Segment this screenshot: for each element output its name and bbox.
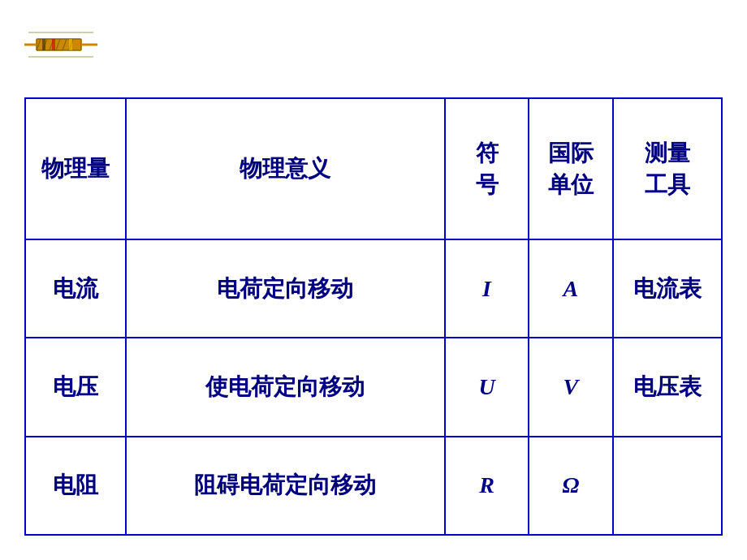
header-celiang: 测量 工具	[613, 98, 722, 239]
logo-area	[24, 16, 106, 73]
page-container: 物理量 物理意义 符 号 国际 单位 测量 工具 电流 电荷定向移动	[0, 0, 747, 560]
cell-fuhao-3: R	[445, 437, 529, 535]
cell-guoji-1: A	[529, 239, 612, 338]
cell-guoji-2: V	[529, 338, 612, 436]
table-container: 物理量 物理意义 符 号 国际 单位 测量 工具 电流 电荷定向移动	[24, 97, 723, 536]
svg-rect-11	[69, 39, 72, 50]
cell-fuhao-1: I	[445, 239, 529, 338]
cell-yiyi-3: 阻碍电荷定向移动	[126, 437, 445, 535]
cell-celiang-1: 电流表	[613, 239, 722, 338]
physics-table: 物理量 物理意义 符 号 国际 单位 测量 工具 电流 电荷定向移动	[24, 97, 723, 536]
cell-wuliang-1: 电流	[25, 239, 126, 338]
cell-fuhao-2: U	[445, 338, 529, 436]
table-row: 电阻 阻碍电荷定向移动 R Ω	[25, 437, 722, 535]
table-header-row: 物理量 物理意义 符 号 国际 单位 测量 工具	[25, 98, 722, 239]
table-row: 电压 使电荷定向移动 U V 电压表	[25, 338, 722, 436]
cell-yiyi-2: 使电荷定向移动	[126, 338, 445, 436]
header-guoji: 国际 单位	[529, 98, 612, 239]
header-fuhao: 符 号	[445, 98, 529, 239]
cell-celiang-2: 电压表	[613, 338, 722, 436]
header-wuliang: 物理量	[25, 98, 126, 239]
svg-rect-10	[52, 39, 55, 50]
cell-yiyi-1: 电荷定向移动	[126, 239, 445, 338]
table-row: 电流 电荷定向移动 I A 电流表	[25, 239, 722, 338]
svg-rect-9	[42, 39, 45, 50]
cell-guoji-3: Ω	[529, 437, 612, 535]
cell-celiang-3	[613, 437, 722, 535]
cell-wuliang-2: 电压	[25, 338, 126, 436]
header-yiyi: 物理意义	[126, 98, 445, 239]
cell-wuliang-3: 电阻	[25, 437, 126, 535]
